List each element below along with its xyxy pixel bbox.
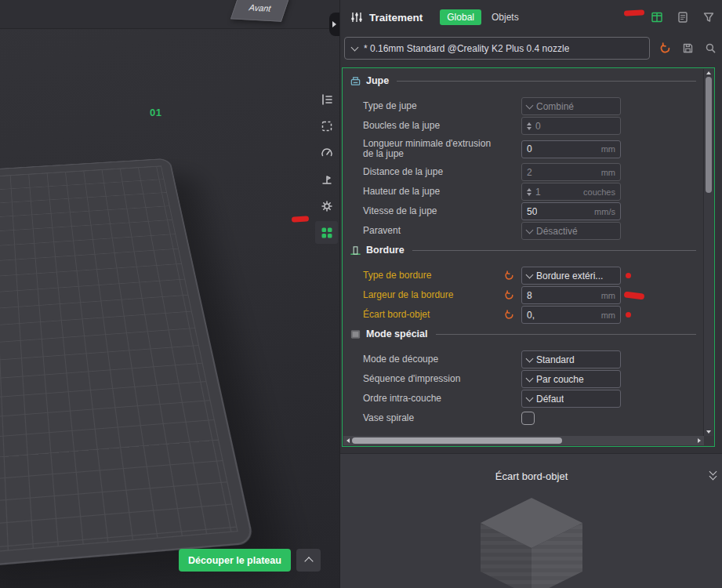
spinner-arrows[interactable] [527,122,532,130]
sliders-icon [350,11,363,24]
dropdown-sequence-d-impression[interactable]: Par couche [521,370,621,388]
dropdown-mode-de-decoupe[interactable]: Standard [521,350,621,368]
plate-number-label: 01 [150,107,161,118]
slice-options-button[interactable] [296,549,321,572]
tab-global[interactable]: Global [440,9,481,25]
brim-gap-illustration [481,498,582,588]
setting-label: Hauteur de la jupe [363,187,504,197]
dropdown-ordre-intra-couche[interactable]: Défaut [521,390,621,408]
support-icon[interactable] [315,168,338,191]
spinner-hauteur-de-la-jupe[interactable]: 1couches [521,183,621,201]
scroll-left-icon[interactable] [346,438,350,443]
setting-label: Boucles de la jupe [363,121,504,131]
setting-value: Désactivé [536,226,578,237]
double-chevron-down-icon[interactable] [710,470,716,479]
build-plate-grid [0,165,238,555]
filter-icon[interactable] [702,11,715,24]
setting-value: 0, [527,310,535,321]
setting-label: Vitesse de la jupe [363,206,504,216]
horizontal-scrollbar[interactable] [343,436,704,445]
compare-table-icon[interactable] [651,11,663,24]
setting-label: Vase spirale [363,413,504,423]
unit-label: mm/s [594,207,615,216]
search-icon[interactable] [705,42,717,54]
revert-icon[interactable] [504,310,521,320]
section-header-mode-special[interactable]: Mode spécial [349,325,696,343]
chevron-up-icon [304,557,313,565]
preset-name: * 0.16mm Standard @Creality K2 Plus 0.4 … [364,43,569,54]
build-plate[interactable] [0,158,255,570]
section-header-jupe[interactable]: Jupe [349,71,696,90]
skirt-icon [349,74,361,87]
view-cube-front-label: Avant [248,2,273,13]
setting-row-sequence-d-impression: Séquence d'impressionPar couche [343,369,704,389]
panel-title: Traitement [369,12,423,24]
input-ecart-bord-objet[interactable]: 0,mm [521,306,621,324]
section-title: Jupe [366,75,389,86]
setting-label: Longueur minimale d'extrusion de la jupe [363,139,504,159]
scroll-right-icon[interactable] [698,438,701,443]
setting-row-mode-de-decoupe: Mode de découpeStandard [343,350,704,369]
input-vitesse-de-la-jupe[interactable]: 50mm/s [521,202,621,220]
chevron-down-icon [526,102,534,110]
process-panel-header: Traitement Global Objets [340,0,722,34]
setting-row-type-de-bordure: Type de bordureBordure extéri... [343,266,704,285]
spinner-arrows[interactable] [527,188,532,196]
section-header-bordure[interactable]: Bordure [349,241,696,260]
revert-icon[interactable] [504,290,521,300]
dropdown-type-de-jupe[interactable]: Combiné [521,97,621,115]
setting-row-largeur-de-la-bordure: Largeur de la bordure8mm [343,285,704,305]
description-panel: Écart bord-objet [340,453,722,588]
vertical-scrollbar-thumb[interactable] [706,77,712,193]
settings-panel: JupeType de jupeCombinéBoucles de la jup… [342,67,715,447]
annotation-mark [624,291,645,299]
view-cube[interactable]: Avant [230,0,290,22]
setting-value: Bordure extéri... [536,270,603,281]
scroll-down-icon[interactable] [706,430,711,434]
setting-row-longueur-minimale-d-extrusion-de-la-jupe: Longueur minimale d'extrusion de la jupe… [343,136,704,162]
parameters-grid-icon[interactable] [315,221,338,244]
settings-category-toolbar [315,88,338,244]
preset-dropdown[interactable]: * 0.16mm Standard @Creality K2 Plus 0.4 … [344,37,650,60]
horizontal-scrollbar-thumb[interactable] [352,437,562,444]
panel-collapse-handle[interactable] [329,13,339,36]
chevron-down-icon [526,271,534,279]
unit-label: mm [601,291,615,300]
viewport-top-strip [0,0,339,29]
setting-value: Par couche [536,374,584,385]
speed-gauge-icon[interactable] [315,141,338,164]
viewport-3d[interactable]: Avant 01 Découper le plateau [0,0,339,588]
dropdown-paravent[interactable]: Désactivé [521,222,621,240]
annotation-mark [626,273,631,278]
input-longueur-minimale-d-extrusion-de-la-jupe[interactable]: 0mm [521,140,621,158]
slice-button[interactable]: Découper le plateau [179,549,291,572]
revert-icon[interactable] [504,270,521,281]
revert-icon[interactable] [659,42,671,54]
checkbox-vase-spirale[interactable] [521,412,535,425]
gear-icon[interactable] [315,194,338,217]
dropdown-type-de-bordure[interactable]: Bordure extéri... [521,267,621,285]
printer-icon[interactable] [315,88,338,111]
scroll-up-icon[interactable] [706,71,711,74]
setting-row-hauteur-de-la-jupe: Hauteur de la jupe1couches [343,182,704,201]
description-title: Écart bord-objet [340,454,722,482]
arrow-right-icon [332,21,336,27]
tab-objets[interactable]: Objets [492,12,519,23]
setting-label: Type de jupe [363,101,504,111]
settings-list: JupeType de jupeCombinéBoucles de la jup… [343,68,704,437]
input-largeur-de-la-bordure[interactable]: 8mm [521,286,621,304]
setting-row-paravent: ParaventDésactivé [343,221,704,241]
vertical-scrollbar[interactable] [703,69,713,436]
section-title: Mode spécial [366,328,428,339]
config-icon[interactable] [677,11,689,24]
setting-row-vitesse-de-la-jupe: Vitesse de la jupe50mm/s [343,201,704,221]
save-icon[interactable] [682,42,694,54]
input-distance-de-la-jupe[interactable]: 2mm [521,163,621,181]
section-rule [412,250,696,251]
annotation-mark [626,312,631,318]
plate-icon[interactable] [315,114,338,137]
setting-value: 1 [535,187,541,198]
chevron-down-icon [526,375,534,383]
setting-label: Mode de découpe [363,354,504,365]
spinner-boucles-de-la-jupe[interactable]: 0 [521,117,621,135]
